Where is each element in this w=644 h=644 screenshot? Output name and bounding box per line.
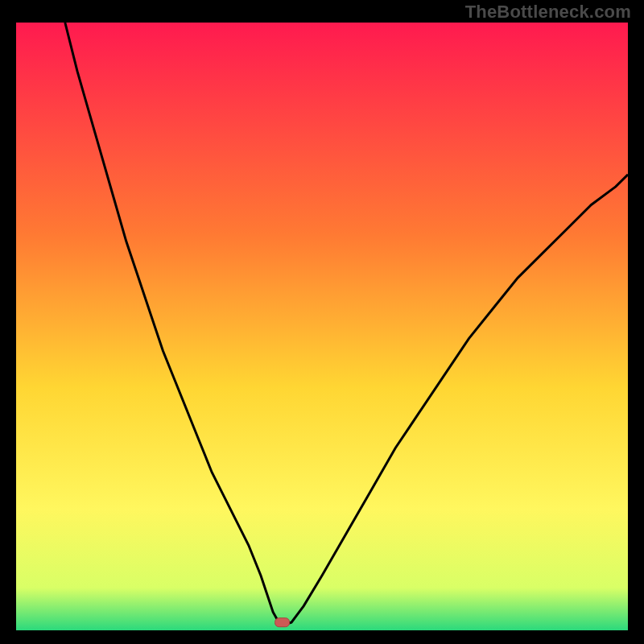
gradient-background bbox=[16, 23, 628, 630]
min-marker bbox=[275, 618, 290, 627]
plot-area bbox=[16, 23, 628, 630]
chart-svg bbox=[16, 23, 628, 630]
chart-frame: TheBottleneck.com bbox=[0, 0, 644, 644]
watermark-text: TheBottleneck.com bbox=[465, 2, 631, 23]
